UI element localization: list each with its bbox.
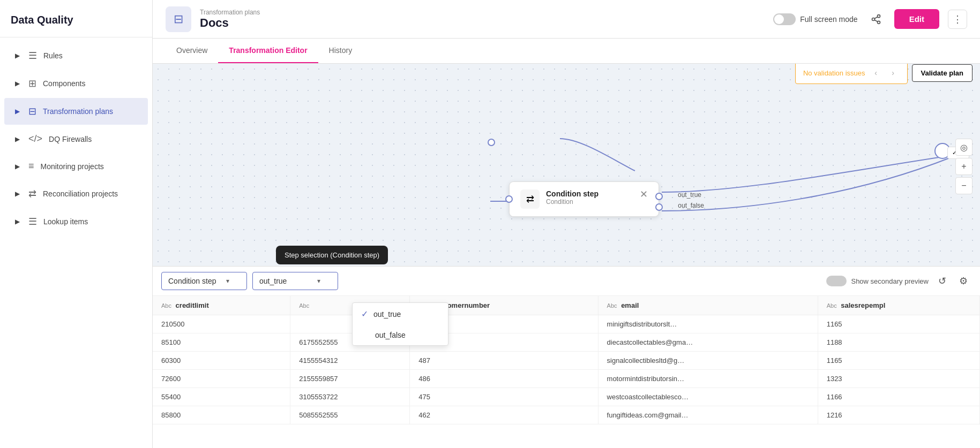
rules-expand-arrow: ▶ <box>15 52 20 59</box>
share-button[interactable] <box>866 10 886 29</box>
col-name-creditlimit: creditlimit <box>176 301 209 309</box>
settings-button[interactable]: ⚙ <box>955 273 971 289</box>
out-false-label: out_false <box>678 202 704 209</box>
tab-overview[interactable]: Overview <box>166 39 218 63</box>
sidebar-item-monitoring-projects[interactable]: ▶ ≡ Monitoring projects <box>4 153 148 179</box>
cell-salesrepempl-5: 1216 <box>818 406 979 424</box>
svg-point-2 <box>877 21 880 24</box>
cell-email-4: westcoastcollectablesco… <box>598 388 818 406</box>
svg-line-3 <box>874 20 878 21</box>
next-issue-button[interactable]: › <box>887 66 900 79</box>
secondary-preview-toggle[interactable]: Show secondary preview <box>826 276 929 286</box>
sidebar-item-reconciliation-projects[interactable]: ▶ ⇄ Reconciliation projects <box>4 180 148 207</box>
sidebar-item-label-reconciliation-projects: Reconciliation projects <box>43 189 118 198</box>
page-title: Docs <box>200 16 260 30</box>
node-output-false-port <box>655 203 663 211</box>
sidebar-item-transformation-plans[interactable]: ▶ ⊟ Transformation plans <box>4 98 148 125</box>
sidebar-item-rules[interactable]: ▶ ☰ Rules <box>4 42 148 69</box>
output-dropdown-value: out_true <box>259 277 287 285</box>
zoom-in-button[interactable]: + <box>955 158 972 175</box>
dropdown-option-out-false-label: out_false <box>375 331 406 339</box>
cell-salesrepempl-2: 1165 <box>818 352 979 370</box>
header-app-icon: ⊟ <box>166 6 191 32</box>
share-icon <box>871 14 881 25</box>
sidebar-item-label-rules: Rules <box>43 51 63 60</box>
node-title: Condition step <box>546 189 633 198</box>
more-options-button[interactable]: ⋮ <box>948 10 967 29</box>
cell-creditlimit-1: 85100 <box>153 333 290 352</box>
undo-button[interactable]: ↺ <box>934 273 950 289</box>
sidebar-item-lookup-items[interactable]: ▶ ☰ Lookup items <box>4 208 148 235</box>
target-icon-button[interactable]: ◎ <box>955 139 972 156</box>
top-header: ⊟ Transformation plans Docs Full screen … <box>153 0 980 39</box>
cell-creditlimit-2: 60300 <box>153 352 290 370</box>
output-dropdown[interactable]: out_true ▾ ✓ out_true out_false <box>252 272 338 290</box>
node-input-port <box>505 195 513 203</box>
cell-salesrepempl-0: 1165 <box>818 315 979 333</box>
condition-step-node[interactable]: ⇄ Condition step Condition ✕ out_true ou… <box>509 181 659 217</box>
col-header-salesrepempl: Abc salesrepempl <box>818 296 979 315</box>
node-step-icon: ⇄ <box>520 189 540 209</box>
node-close-button[interactable]: ✕ <box>640 189 648 199</box>
cell-customernumber-4: 475 <box>410 388 598 406</box>
cell-col2-5: 5085552555 <box>290 406 410 424</box>
dropdown-option-out-false[interactable]: out_false <box>353 325 448 345</box>
step-dropdown-arrow: ▾ <box>226 277 229 285</box>
incoming-port <box>488 139 495 146</box>
secondary-preview-switch[interactable] <box>826 276 847 286</box>
cell-email-0: minigiftsdistributorslt… <box>598 315 818 333</box>
preview-table: Abc creditlimit Abc Abc customernumber <box>153 296 980 424</box>
cell-col2-4: 3105553722 <box>290 388 410 406</box>
table-row: 85800 5085552555 462 fungiftideas.com@gm… <box>153 406 980 424</box>
cell-creditlimit-3: 72600 <box>153 370 290 388</box>
reconciliation-expand-arrow: ▶ <box>15 190 20 198</box>
validate-plan-button[interactable]: Validate plan <box>912 64 972 82</box>
dq-firewalls-expand-arrow: ▶ <box>15 135 20 143</box>
cell-creditlimit-0: 210500 <box>153 315 290 333</box>
cell-creditlimit-4: 55400 <box>153 388 290 406</box>
sidebar-item-dq-firewalls[interactable]: ▶ </> DQ Firewalls <box>4 126 148 152</box>
svg-point-1 <box>872 18 874 20</box>
edit-button[interactable]: Edit <box>894 9 939 29</box>
sidebar-item-components[interactable]: ▶ ⊞ Components <box>4 70 148 97</box>
dropdown-option-out-true[interactable]: ✓ out_true <box>353 303 448 325</box>
sidebar-item-label-dq-firewalls: DQ Firewalls <box>49 135 92 143</box>
secondary-preview-label: Show secondary preview <box>851 277 929 285</box>
zoom-out-button[interactable]: − <box>955 177 972 194</box>
prev-issue-button[interactable]: ‹ <box>870 66 882 79</box>
tab-history[interactable]: History <box>318 39 363 63</box>
app-logo: Data Quality <box>0 5 152 37</box>
sidebar-item-label-monitoring-projects: Monitoring projects <box>41 162 104 171</box>
fullscreen-toggle[interactable]: Full screen mode <box>773 13 857 25</box>
breadcrumb: Transformation plans Docs <box>200 9 260 30</box>
cell-salesrepempl-3: 1323 <box>818 370 979 388</box>
selected-check-icon: ✓ <box>361 309 368 319</box>
main-content: ⊟ Transformation plans Docs Full screen … <box>153 0 980 448</box>
svg-point-0 <box>877 14 880 17</box>
dq-firewalls-icon: </> <box>28 133 42 145</box>
cell-email-1: diecastcollectables@gma… <box>598 333 818 352</box>
cell-customernumber-3: 486 <box>410 370 598 388</box>
output-dropdown-arrow: ▾ <box>317 277 320 285</box>
breadcrumb-parent: Transformation plans <box>200 9 260 16</box>
monitoring-icon: ≡ <box>28 161 34 172</box>
components-expand-arrow: ▶ <box>15 80 20 87</box>
dropdown-option-out-true-label: out_true <box>373 310 401 318</box>
table-row: 85100 6175552555 495 diecastcollectables… <box>153 333 980 352</box>
tab-transformation-editor[interactable]: Transformation Editor <box>218 39 318 63</box>
output-dropdown-popup: ✓ out_true out_false <box>352 302 448 346</box>
cell-email-2: signalcollectiblesltd@g… <box>598 352 818 370</box>
col-name-email: email <box>621 301 639 309</box>
table-body: 210500 124 minigiftsdistributorslt… 1165… <box>153 315 980 424</box>
cell-creditlimit-5: 85800 <box>153 406 290 424</box>
node-output-true-port <box>655 193 663 200</box>
transformation-canvas[interactable]: ⇄ Condition step Condition ✕ out_true ou… <box>153 64 980 266</box>
fullscreen-switch[interactable] <box>773 13 796 25</box>
svg-line-4 <box>874 17 878 18</box>
rules-icon: ☰ <box>28 50 37 62</box>
transformation-plans-icon: ⊟ <box>28 105 36 117</box>
col-name-salesrepempl: salesrepempl <box>841 301 885 309</box>
controls-bar: Condition step ▾ out_true ▾ ✓ out_true <box>153 267 980 296</box>
step-dropdown[interactable]: Condition step ▾ <box>161 272 247 290</box>
col-header-email: Abc email <box>598 296 818 315</box>
